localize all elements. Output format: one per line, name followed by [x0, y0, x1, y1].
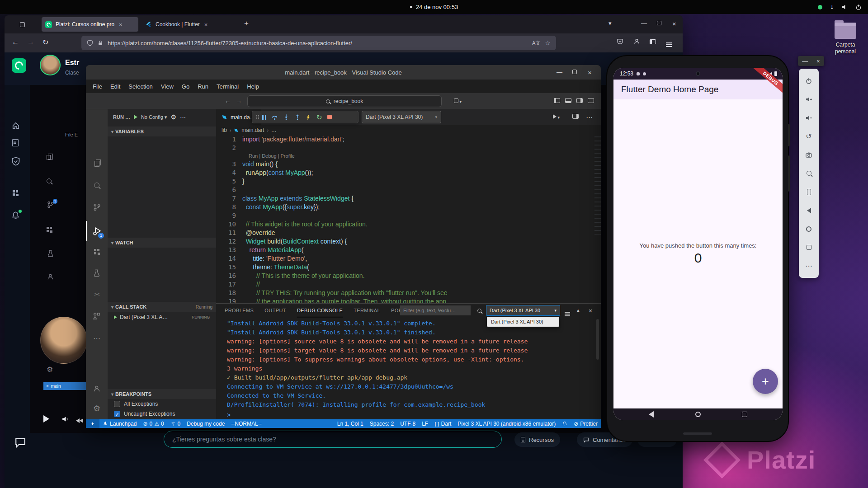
language-item[interactable]: { }Dart	[431, 421, 454, 427]
start-debug-icon[interactable]	[134, 115, 137, 119]
stop-icon[interactable]	[327, 115, 332, 119]
menu-selection[interactable]: Selection	[124, 83, 156, 90]
emulator-screen[interactable]: 12:53 DEBUG Flutter Demo Home Page You h…	[613, 68, 783, 420]
panel-collapse-icon[interactable]: ▴	[577, 307, 580, 313]
menu-icon[interactable]	[666, 38, 672, 49]
pocket-icon[interactable]	[617, 38, 623, 45]
codelens-run-debug-profile[interactable]: Run | Debug | Profile	[216, 152, 594, 160]
system-tray[interactable]: ⇣	[818, 0, 862, 14]
panel-tab-problems[interactable]: PROBLEMS	[225, 304, 254, 317]
fold-device-icon[interactable]	[799, 183, 819, 201]
volume-icon[interactable]	[841, 4, 848, 10]
maximize-icon[interactable]	[572, 69, 577, 75]
console-device-select[interactable]: Dart (Pixel 3 XL API 30▾	[486, 305, 560, 316]
menu-view[interactable]: View	[157, 83, 178, 90]
emu-back-icon[interactable]	[799, 201, 819, 220]
rewind-icon[interactable]	[76, 417, 83, 425]
lock-icon[interactable]	[98, 40, 103, 46]
history-back-icon[interactable]: ←	[225, 98, 231, 104]
sidebar-icon[interactable]	[650, 38, 656, 46]
panel-scrollbar[interactable]	[596, 319, 599, 360]
code-editor[interactable]: 1import 'package:flutter/material.dart';…	[216, 135, 594, 303]
zoom-icon[interactable]	[799, 164, 819, 183]
maximize-icon[interactable]	[657, 20, 661, 27]
platzi-logo[interactable]	[12, 58, 26, 73]
tab-platzi[interactable]: Platzi: Cursos online pro ×	[42, 17, 138, 32]
home-folder-shortcut[interactable]: Carpeta personal	[826, 23, 864, 55]
manage-gear-icon[interactable]: ⚙	[86, 399, 108, 418]
emu-home-icon[interactable]	[799, 220, 819, 238]
restart-icon[interactable]: ↻	[316, 114, 322, 121]
home-icon[interactable]	[11, 121, 20, 130]
volume-down-icon[interactable]	[799, 108, 819, 127]
variables-section[interactable]: ▾VARIABLES	[108, 127, 216, 136]
device-item[interactable]: Pixel 3 XL API 30 (android-x86 emulator)	[454, 421, 559, 427]
breakpoints-section[interactable]: ▾BREAKPOINTS	[108, 389, 216, 399]
callstack-section[interactable]: ▾CALL STACK Running	[108, 302, 216, 312]
tab-flutter-cookbook[interactable]: Cookbook | Flutter ×	[142, 17, 238, 32]
prettier-item[interactable]: ⊘Prettier	[571, 421, 601, 427]
filter-search-icon[interactable]	[477, 307, 481, 314]
breakpoint-uncaught-exceptions[interactable]: ✓ Uncaught Exceptions	[108, 409, 216, 419]
support-chat-icon[interactable]	[14, 436, 26, 448]
watch-section[interactable]: ▾WATCH	[108, 238, 216, 248]
checkbox-unchecked[interactable]	[114, 401, 120, 407]
views-more-icon[interactable]: ⋯	[180, 114, 186, 121]
configure-gear-icon[interactable]: ⚙	[170, 113, 176, 121]
drag-handle[interactable]	[256, 115, 257, 116]
breakpoint-all-exceptions[interactable]: All Exceptions	[108, 399, 216, 409]
resources-button[interactable]: Recursos	[514, 432, 560, 447]
breadcrumb[interactable]: lib› main.dart› …	[222, 125, 277, 135]
command-center-search[interactable]: recipe_book	[247, 95, 442, 107]
console-filter-input[interactable]	[400, 305, 471, 315]
source-control-icon[interactable]	[86, 197, 108, 217]
minimize-icon[interactable]: —	[802, 58, 808, 65]
encoding-item[interactable]: UTF-8	[397, 421, 419, 427]
emulator-power-icon[interactable]	[799, 71, 819, 90]
reload-icon[interactable]: ↻	[42, 38, 48, 47]
bookmark-star-icon[interactable]: ☆	[545, 39, 551, 47]
certificates-icon[interactable]	[11, 157, 20, 166]
notifications-bell-icon[interactable]	[11, 211, 20, 220]
increment-fab-button[interactable]: +	[753, 369, 778, 394]
forward-icon[interactable]: →	[27, 38, 34, 46]
volume-up-icon[interactable]	[799, 90, 819, 108]
courses-icon[interactable]	[12, 139, 19, 148]
account-icon[interactable]	[633, 38, 640, 45]
accounts-icon[interactable]	[86, 379, 108, 399]
debug-toolbar[interactable]: ↻	[252, 111, 359, 123]
clock[interactable]: 24 de nov 00:53	[410, 0, 458, 14]
indentation-item[interactable]: Spaces: 2	[367, 421, 397, 427]
translate-icon[interactable]: A文	[532, 40, 540, 47]
checkbox-checked[interactable]: ✓	[114, 411, 120, 417]
toggle-sidebar-icon[interactable]	[554, 98, 560, 104]
menu-edit[interactable]: Edit	[106, 83, 124, 90]
minimize-icon[interactable]: —	[557, 69, 562, 75]
new-tab-button[interactable]: +	[244, 19, 249, 28]
split-editor-icon[interactable]	[572, 113, 579, 120]
step-over-icon[interactable]	[271, 114, 278, 121]
history-forward-icon[interactable]: →	[236, 98, 242, 104]
debug-session-dropdown[interactable]: Dart (Pixel 3 XL API 30)▾	[362, 111, 441, 123]
console-prompt[interactable]: >	[227, 411, 231, 418]
run-file-icon[interactable]: ▾	[553, 113, 560, 120]
teacher-avatar[interactable]	[40, 55, 61, 75]
remote-indicator[interactable]	[86, 419, 99, 428]
close-icon[interactable]: ×	[672, 20, 676, 28]
minimize-icon[interactable]: —	[641, 20, 647, 27]
class-question-input[interactable]	[164, 431, 502, 448]
updates-icon[interactable]: ⇣	[830, 4, 834, 10]
close-tab-icon[interactable]: ×	[119, 21, 123, 28]
panel-filter-icon[interactable]	[565, 307, 570, 314]
play-icon[interactable]	[43, 415, 49, 424]
vscode-title-bar[interactable]: main.dart - recipe_book - Visual Studio …	[86, 65, 601, 80]
cursor-position-item[interactable]: Ln 1, Col 1	[334, 421, 367, 427]
panel-tab-debug-console[interactable]: DEBUG CONSOLE	[297, 304, 343, 317]
shield-icon[interactable]	[87, 40, 93, 46]
close-icon[interactable]: ×	[816, 58, 820, 65]
emulator-window-controls[interactable]: — ×	[798, 56, 824, 66]
toggle-secondary-sidebar-icon[interactable]	[576, 98, 583, 104]
launchpad-item[interactable]: Launchpad	[99, 421, 140, 427]
panel-tab-output[interactable]: OUTPUT	[264, 304, 286, 317]
debug-session-row[interactable]: Dart (Pixel 3 XL A… RUNNING	[108, 312, 216, 323]
